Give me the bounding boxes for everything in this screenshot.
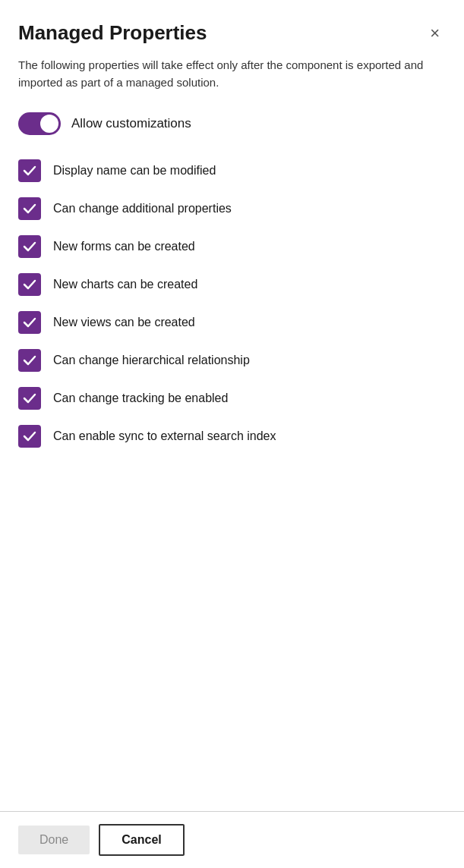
checkbox-additional-props[interactable] [18, 197, 41, 220]
allow-customizations-toggle-row: Allow customizations [18, 112, 446, 135]
list-item[interactable]: Can change additional properties [18, 190, 446, 228]
checkbox-hierarchical[interactable] [18, 349, 41, 372]
checkmark-icon [23, 392, 36, 405]
list-item[interactable]: Display name can be modified [18, 152, 446, 190]
checkbox-display-name-label: Display name can be modified [53, 164, 216, 178]
list-item[interactable]: New forms can be created [18, 228, 446, 266]
list-item[interactable]: New charts can be created [18, 266, 446, 303]
checkbox-tracking-label: Can change tracking be enabled [53, 392, 228, 405]
cancel-button[interactable]: Cancel [99, 824, 184, 856]
list-item[interactable]: Can change hierarchical relationship [18, 341, 446, 379]
list-item[interactable]: Can enable sync to external search index [18, 417, 446, 455]
checkbox-tracking[interactable] [18, 387, 41, 410]
dialog-header: Managed Properties × [18, 21, 446, 45]
checkbox-hierarchical-label: Can change hierarchical relationship [53, 354, 250, 367]
dialog-title: Managed Properties [18, 21, 207, 45]
checkbox-list: Display name can be modified Can change … [18, 152, 446, 455]
dialog-body: Managed Properties × The following prope… [0, 0, 464, 811]
checkbox-sync-search-label: Can enable sync to external search index [53, 429, 276, 443]
checkbox-display-name[interactable] [18, 159, 41, 182]
checkbox-new-views[interactable] [18, 311, 41, 334]
list-item[interactable]: Can change tracking be enabled [18, 379, 446, 417]
managed-properties-dialog: Managed Properties × The following prope… [0, 0, 464, 868]
checkmark-icon [23, 429, 36, 443]
checkbox-new-charts[interactable] [18, 273, 41, 296]
checkbox-sync-search[interactable] [18, 425, 41, 448]
list-item[interactable]: New views can be created [18, 303, 446, 341]
dialog-description: The following properties will take effec… [18, 57, 446, 91]
checkmark-icon [23, 278, 36, 291]
checkmark-icon [23, 240, 36, 253]
checkbox-additional-props-label: Can change additional properties [53, 202, 232, 215]
checkbox-new-forms[interactable] [18, 235, 41, 258]
checkbox-new-charts-label: New charts can be created [53, 278, 197, 291]
checkbox-new-forms-label: New forms can be created [53, 240, 195, 253]
done-button[interactable]: Done [18, 826, 90, 854]
checkmark-icon [23, 316, 36, 329]
toggle-label: Allow customizations [71, 116, 191, 131]
checkmark-icon [23, 202, 36, 215]
checkbox-new-views-label: New views can be created [53, 316, 195, 329]
toggle-switch[interactable] [18, 112, 61, 135]
dialog-footer: Done Cancel [0, 811, 464, 868]
checkmark-icon [23, 354, 36, 367]
close-button[interactable]: × [424, 22, 446, 45]
checkmark-icon [23, 164, 36, 178]
toggle-slider [18, 112, 61, 135]
